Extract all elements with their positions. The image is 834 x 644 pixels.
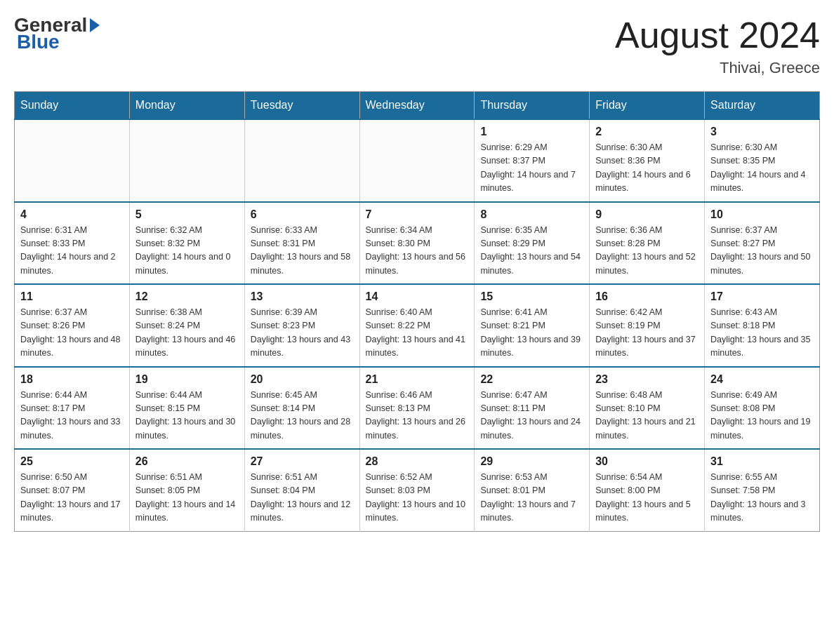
day-info: Sunrise: 6:40 AMSunset: 8:22 PMDaylight:… (366, 306, 469, 361)
day-info: Sunrise: 6:52 AMSunset: 8:03 PMDaylight:… (366, 471, 469, 525)
calendar-cell: 9Sunrise: 6:36 AMSunset: 8:28 PMDaylight… (590, 202, 705, 285)
day-number: 24 (710, 373, 814, 386)
calendar-week-2: 4Sunrise: 6:31 AMSunset: 8:33 PMDaylight… (15, 202, 820, 285)
day-number: 27 (251, 455, 354, 468)
calendar-cell: 20Sunrise: 6:45 AMSunset: 8:14 PMDayligh… (244, 367, 359, 450)
day-info: Sunrise: 6:34 AMSunset: 8:30 PMDaylight:… (366, 224, 469, 279)
day-info: Sunrise: 6:48 AMSunset: 8:10 PMDaylight:… (595, 389, 699, 443)
calendar-cell: 12Sunrise: 6:38 AMSunset: 8:24 PMDayligh… (129, 284, 244, 367)
location-subtitle: Thivai, Greece (615, 59, 820, 77)
day-info: Sunrise: 6:43 AMSunset: 8:18 PMDaylight:… (710, 306, 814, 361)
day-number: 28 (366, 455, 469, 468)
calendar-cell: 24Sunrise: 6:49 AMSunset: 8:08 PMDayligh… (705, 367, 820, 450)
day-number: 22 (480, 373, 583, 386)
day-number: 23 (595, 373, 699, 386)
weekday-header-friday: Friday (590, 92, 705, 120)
day-info: Sunrise: 6:44 AMSunset: 8:17 PMDaylight:… (20, 389, 124, 443)
calendar-cell (129, 119, 244, 202)
calendar-cell: 27Sunrise: 6:51 AMSunset: 8:04 PMDayligh… (244, 449, 359, 531)
day-info: Sunrise: 6:55 AMSunset: 7:58 PMDaylight:… (710, 471, 814, 525)
day-number: 25 (20, 455, 124, 468)
day-info: Sunrise: 6:44 AMSunset: 8:15 PMDaylight:… (135, 389, 239, 443)
day-info: Sunrise: 6:45 AMSunset: 8:14 PMDaylight:… (251, 389, 354, 443)
day-number: 29 (480, 455, 583, 468)
calendar-cell (244, 119, 359, 202)
calendar-week-3: 11Sunrise: 6:37 AMSunset: 8:26 PMDayligh… (15, 284, 820, 367)
day-info: Sunrise: 6:39 AMSunset: 8:23 PMDaylight:… (251, 306, 354, 361)
calendar-cell: 8Sunrise: 6:35 AMSunset: 8:29 PMDaylight… (475, 202, 590, 285)
calendar-cell: 19Sunrise: 6:44 AMSunset: 8:15 PMDayligh… (129, 367, 244, 450)
day-number: 26 (135, 455, 239, 468)
day-number: 6 (251, 208, 354, 221)
logo: General Blue (14, 14, 101, 53)
day-info: Sunrise: 6:37 AMSunset: 8:26 PMDaylight:… (20, 306, 124, 361)
month-year-title: August 2024 (615, 14, 820, 56)
calendar-cell: 29Sunrise: 6:53 AMSunset: 8:01 PMDayligh… (475, 449, 590, 531)
day-info: Sunrise: 6:50 AMSunset: 8:07 PMDaylight:… (20, 471, 124, 525)
day-info: Sunrise: 6:30 AMSunset: 8:35 PMDaylight:… (710, 141, 814, 196)
day-number: 19 (135, 373, 239, 386)
day-info: Sunrise: 6:32 AMSunset: 8:32 PMDaylight:… (135, 224, 239, 279)
title-block: August 2024 Thivai, Greece (615, 14, 820, 77)
day-info: Sunrise: 6:29 AMSunset: 8:37 PMDaylight:… (480, 141, 583, 196)
logo-blue-text: Blue (14, 31, 60, 53)
calendar-cell: 21Sunrise: 6:46 AMSunset: 8:13 PMDayligh… (359, 367, 475, 450)
calendar-cell: 17Sunrise: 6:43 AMSunset: 8:18 PMDayligh… (705, 284, 820, 367)
day-info: Sunrise: 6:36 AMSunset: 8:28 PMDaylight:… (595, 224, 699, 279)
weekday-header-saturday: Saturday (705, 92, 820, 120)
day-info: Sunrise: 6:41 AMSunset: 8:21 PMDaylight:… (480, 306, 583, 361)
day-number: 2 (595, 126, 699, 138)
calendar-week-1: 1Sunrise: 6:29 AMSunset: 8:37 PMDaylight… (15, 119, 820, 202)
calendar-cell: 3Sunrise: 6:30 AMSunset: 8:35 PMDaylight… (705, 119, 820, 202)
calendar-cell: 31Sunrise: 6:55 AMSunset: 7:58 PMDayligh… (705, 449, 820, 531)
calendar-cell: 7Sunrise: 6:34 AMSunset: 8:30 PMDaylight… (359, 202, 475, 285)
day-number: 30 (595, 455, 699, 468)
day-info: Sunrise: 6:51 AMSunset: 8:04 PMDaylight:… (251, 471, 354, 525)
day-number: 31 (710, 455, 814, 468)
day-number: 1 (480, 126, 583, 138)
calendar-cell: 22Sunrise: 6:47 AMSunset: 8:11 PMDayligh… (475, 367, 590, 450)
day-number: 4 (20, 208, 124, 221)
day-number: 8 (480, 208, 583, 221)
calendar-cell (359, 119, 475, 202)
day-number: 14 (366, 290, 469, 303)
day-number: 12 (135, 290, 239, 303)
calendar-table: SundayMondayTuesdayWednesdayThursdayFrid… (14, 91, 820, 532)
day-info: Sunrise: 6:54 AMSunset: 8:00 PMDaylight:… (595, 471, 699, 525)
day-number: 3 (710, 126, 814, 138)
weekday-header-monday: Monday (129, 92, 244, 120)
day-number: 11 (20, 290, 124, 303)
day-number: 7 (366, 208, 469, 221)
day-info: Sunrise: 6:49 AMSunset: 8:08 PMDaylight:… (710, 389, 814, 443)
calendar-cell: 1Sunrise: 6:29 AMSunset: 8:37 PMDaylight… (475, 119, 590, 202)
calendar-cell: 5Sunrise: 6:32 AMSunset: 8:32 PMDaylight… (129, 202, 244, 285)
day-info: Sunrise: 6:38 AMSunset: 8:24 PMDaylight:… (135, 306, 239, 361)
calendar-cell: 15Sunrise: 6:41 AMSunset: 8:21 PMDayligh… (475, 284, 590, 367)
calendar-cell: 13Sunrise: 6:39 AMSunset: 8:23 PMDayligh… (244, 284, 359, 367)
weekday-header-wednesday: Wednesday (359, 92, 475, 120)
calendar-cell: 4Sunrise: 6:31 AMSunset: 8:33 PMDaylight… (15, 202, 130, 285)
calendar-body: 1Sunrise: 6:29 AMSunset: 8:37 PMDaylight… (15, 119, 820, 531)
calendar-cell: 10Sunrise: 6:37 AMSunset: 8:27 PMDayligh… (705, 202, 820, 285)
day-info: Sunrise: 6:47 AMSunset: 8:11 PMDaylight:… (480, 389, 583, 443)
calendar-cell: 23Sunrise: 6:48 AMSunset: 8:10 PMDayligh… (590, 367, 705, 450)
weekday-header-thursday: Thursday (475, 92, 590, 120)
day-info: Sunrise: 6:33 AMSunset: 8:31 PMDaylight:… (251, 224, 354, 279)
weekday-header-tuesday: Tuesday (244, 92, 359, 120)
calendar-cell (15, 119, 130, 202)
day-info: Sunrise: 6:31 AMSunset: 8:33 PMDaylight:… (20, 224, 124, 279)
calendar-cell: 14Sunrise: 6:40 AMSunset: 8:22 PMDayligh… (359, 284, 475, 367)
weekday-header-sunday: Sunday (15, 92, 130, 120)
calendar-header: SundayMondayTuesdayWednesdayThursdayFrid… (15, 92, 820, 120)
day-number: 10 (710, 208, 814, 221)
calendar-cell: 30Sunrise: 6:54 AMSunset: 8:00 PMDayligh… (590, 449, 705, 531)
calendar-cell: 6Sunrise: 6:33 AMSunset: 8:31 PMDaylight… (244, 202, 359, 285)
day-number: 20 (251, 373, 354, 386)
calendar-cell: 2Sunrise: 6:30 AMSunset: 8:36 PMDaylight… (590, 119, 705, 202)
calendar-cell: 25Sunrise: 6:50 AMSunset: 8:07 PMDayligh… (15, 449, 130, 531)
calendar-cell: 16Sunrise: 6:42 AMSunset: 8:19 PMDayligh… (590, 284, 705, 367)
day-number: 15 (480, 290, 583, 303)
page-header: General Blue August 2024 Thivai, Greece (14, 14, 820, 77)
weekday-header-row: SundayMondayTuesdayWednesdayThursdayFrid… (15, 92, 820, 120)
day-info: Sunrise: 6:35 AMSunset: 8:29 PMDaylight:… (480, 224, 583, 279)
